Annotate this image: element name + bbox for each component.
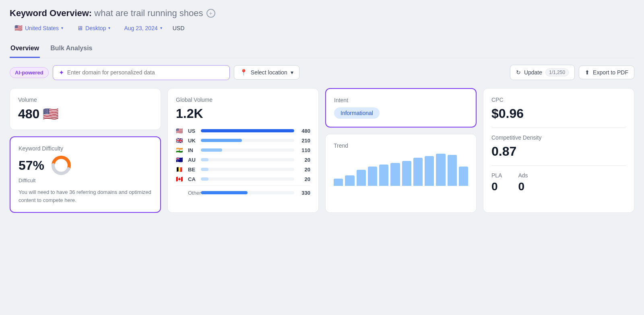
bar-fill-ca — [201, 177, 208, 181]
page-title: Keyword Overview: what are trail running… — [10, 8, 203, 19]
code-ca: CA — [188, 176, 198, 182]
trend-bar-8 — [413, 158, 423, 186]
cpc-value: $0.96 — [491, 106, 626, 121]
filter-row: 🇺🇸 United States ▾ 🖥 Desktop ▾ Aug 23, 2… — [10, 22, 634, 34]
count-other: 330 — [297, 190, 310, 196]
flag-uk: 🇬🇧 — [176, 137, 185, 144]
bar-track-other — [201, 191, 294, 194]
code-uk: UK — [188, 138, 198, 144]
location-chevron-icon: ▾ — [61, 26, 63, 30]
count-us: 480 — [297, 128, 310, 134]
location-select-chevron-icon: ▾ — [291, 69, 293, 76]
cpc-section: CPC $0.96 — [491, 97, 626, 128]
intent-label: Intent — [334, 97, 468, 103]
date-chevron-icon: ▾ — [160, 26, 162, 30]
page-header: Keyword Overview: what are trail running… — [10, 8, 634, 34]
trend-bar-12 — [459, 167, 468, 186]
currency-label: USD — [173, 25, 185, 31]
count-be: 20 — [297, 167, 310, 173]
code-be: BE — [188, 167, 198, 173]
location-filter-button[interactable]: 🇺🇸 United States ▾ — [10, 22, 68, 34]
refresh-icon: ↻ — [516, 69, 521, 76]
bar-fill-us — [201, 129, 294, 132]
date-filter-button[interactable]: Aug 23, 2024 ▾ — [119, 23, 167, 34]
bar-track-be — [201, 168, 294, 171]
flag-other — [176, 189, 185, 196]
trend-label: Trend — [334, 142, 468, 149]
cpc-label: CPC — [491, 97, 626, 103]
flag-ca: 🇨🇦 — [176, 176, 185, 182]
tab-bulk-analysis[interactable]: Bulk Analysis — [50, 41, 93, 58]
export-icon: ⬆ — [585, 69, 590, 76]
trend-bar-3 — [357, 170, 366, 186]
count-uk: 210 — [297, 138, 310, 144]
trend-bar-5 — [379, 165, 388, 186]
competitive-density-label: Competitive Density — [491, 134, 626, 141]
update-button[interactable]: ↻ Update 1/1,250 — [510, 65, 575, 80]
trend-bar-6 — [390, 163, 400, 186]
count-in: 110 — [297, 147, 310, 153]
bar-track-in — [201, 148, 294, 152]
trend-bar-4 — [368, 167, 377, 186]
bar-track-uk — [201, 139, 294, 142]
code-other: Other — [188, 190, 198, 196]
bar-fill-au — [201, 158, 208, 161]
trend-bar-11 — [448, 155, 457, 186]
domain-input[interactable] — [67, 69, 224, 76]
global-volume-label: Global Volume — [176, 97, 310, 103]
intent-card: Intent Informational — [325, 88, 477, 128]
bar-fill-be — [201, 168, 208, 171]
pla-value: 0 — [491, 180, 502, 193]
add-keyword-icon[interactable]: + — [206, 9, 215, 18]
right-column-card: CPC $0.96 Competitive Density 0.87 PLA 0… — [483, 88, 634, 213]
trend-bar-2 — [345, 175, 354, 186]
flag-be: 🇧🇪 — [176, 166, 185, 173]
country-row-ca: 🇨🇦 CA 20 — [176, 176, 310, 182]
volume-card: Volume 480 🇺🇸 — [10, 88, 161, 130]
pla-section: PLA 0 — [491, 172, 502, 193]
competitive-density-section: Competitive Density 0.87 — [491, 134, 626, 166]
toolbar: AI-powered ✦ 📍 Select location ▾ ↻ Updat… — [10, 65, 634, 80]
middle-column: Intent Informational Trend — [325, 88, 477, 213]
flag-in: 🇮🇳 — [176, 147, 185, 153]
date-label: Aug 23, 2024 — [124, 25, 157, 31]
kd-value: 57% — [19, 158, 44, 173]
location-label: United States — [25, 25, 59, 31]
trend-bar-10 — [436, 154, 445, 186]
domain-input-wrap[interactable]: ✦ — [53, 65, 230, 80]
keyword-difficulty-card: Keyword Difficulty 57% Difficult You wil… — [10, 136, 161, 213]
location-select-button[interactable]: 📍 Select location ▾ — [234, 65, 299, 80]
title-row: Keyword Overview: what are trail running… — [10, 8, 634, 19]
title-prefix: Keyword Overview: — [10, 8, 92, 18]
ads-label: Ads — [518, 172, 528, 179]
flag-au: 🇦🇺 — [176, 156, 185, 163]
kd-label: Keyword Difficulty — [19, 145, 152, 152]
bar-track-au — [201, 158, 294, 161]
tab-overview[interactable]: Overview — [10, 41, 40, 58]
country-row-in: 🇮🇳 IN 110 — [176, 147, 310, 153]
code-us: US — [188, 128, 198, 134]
kd-donut-chart — [51, 155, 72, 176]
device-filter-button[interactable]: 🖥 Desktop ▾ — [72, 22, 115, 34]
bar-fill-uk — [201, 139, 242, 142]
export-label: Export to PDF — [593, 69, 628, 76]
trend-bar-7 — [402, 161, 411, 186]
global-volume-value: 1.2K — [176, 106, 310, 121]
tabs-row: Overview Bulk Analysis — [10, 41, 634, 58]
country-bars: 🇺🇸 US 480 🇬🇧 UK 210 🇮🇳 IN — [176, 128, 310, 196]
kd-level: Difficult — [19, 177, 152, 183]
location-pin-icon: 📍 — [240, 69, 248, 76]
global-volume-card: Global Volume 1.2K 🇺🇸 US 480 🇬🇧 UK 210 — [167, 88, 319, 213]
code-au: AU — [188, 157, 198, 163]
bar-track-us — [201, 129, 294, 132]
pla-ads-row: PLA 0 Ads 0 — [491, 172, 626, 193]
cards-grid: Volume 480 🇺🇸 Keyword Difficulty 57% Dif… — [10, 88, 634, 213]
country-row-us: 🇺🇸 US 480 — [176, 128, 310, 134]
bar-track-ca — [201, 177, 294, 181]
kd-value-row: 57% — [19, 155, 152, 176]
kd-description: You will need to have 36 referring domai… — [19, 188, 152, 204]
count-ca: 20 — [297, 176, 310, 182]
export-button[interactable]: ⬆ Export to PDF — [579, 66, 634, 79]
sparkle-icon: ✦ — [59, 69, 64, 76]
country-row-other: Other 330 — [176, 185, 310, 196]
